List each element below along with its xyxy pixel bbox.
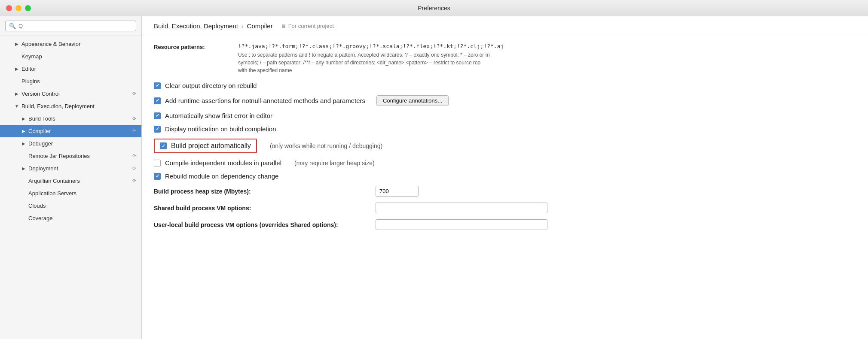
heap-size-row: Build process heap size (Mbytes): xyxy=(154,186,856,197)
sidebar-item-label: Compiler xyxy=(28,128,51,134)
sidebar-item-debugger[interactable]: ▶ Debugger xyxy=(0,137,141,150)
checkbox-row-rebuild-module: ✓ Rebuild module on dependency change xyxy=(154,173,856,180)
build-auto-highlighted-box: ✓ Build project automatically xyxy=(154,139,257,153)
sidebar-item-label: Editor xyxy=(21,66,36,72)
maximize-button[interactable] xyxy=(25,5,31,11)
sync-icon: ⟳ xyxy=(132,153,136,159)
sidebar-item-label: Appearance & Behavior xyxy=(21,41,80,47)
sidebar-item-label: Build, Execution, Deployment xyxy=(21,103,95,109)
build-auto-wrapper: ✓ Build project automatically (only work… xyxy=(154,139,856,153)
build-auto-checkbox[interactable]: ✓ xyxy=(160,142,167,149)
shared-vm-row: Shared build process VM options: xyxy=(154,203,856,213)
chevron-icon xyxy=(21,215,27,221)
sync-icon: ⟳ xyxy=(132,128,136,134)
resource-patterns-value: !?*.java;!?*.form;!?*.class;!?*.groovy;!… xyxy=(238,43,504,49)
user-local-vm-label: User-local build process VM options (ove… xyxy=(154,221,369,228)
minimize-button[interactable] xyxy=(15,5,21,11)
checkbox-row-add-runtime: ✓ Add runtime assertions for notnull-ann… xyxy=(154,95,856,106)
check-icon: ✓ xyxy=(156,83,159,88)
search-wrapper[interactable]: 🔍 xyxy=(5,21,136,31)
check-icon: ✓ xyxy=(156,113,159,118)
checkbox-row-auto-show-error: ✓ Automatically show first error in edit… xyxy=(154,112,856,119)
configure-annotations-button[interactable]: Configure annotations... xyxy=(376,95,449,106)
window-title: Preferences xyxy=(418,5,450,12)
add-runtime-checkbox[interactable]: ✓ xyxy=(154,97,161,104)
content-body: Resource patterns: !?*.java;!?*.form;!?*… xyxy=(142,34,868,245)
shared-vm-input[interactable] xyxy=(376,203,547,213)
sidebar-item-appearance[interactable]: ▶ Appearance & Behavior xyxy=(0,38,141,50)
sidebar-item-keymap[interactable]: Keymap xyxy=(0,50,141,63)
build-auto-label: Build project automatically xyxy=(171,142,251,150)
sidebar-item-label: Clouds xyxy=(28,203,46,209)
sidebar-item-label: Keymap xyxy=(21,53,42,60)
resource-patterns-help: Use ; to separate patterns and ! to nega… xyxy=(238,51,504,74)
chevron-icon: ▶ xyxy=(14,91,20,97)
sidebar-item-compiler[interactable]: ▶ Compiler ⟳ xyxy=(0,125,141,137)
sidebar-item-label: Debugger xyxy=(28,140,53,147)
chevron-icon xyxy=(21,203,27,209)
chevron-icon xyxy=(21,178,27,184)
project-icon: 🖥 xyxy=(281,23,286,29)
sidebar-item-coverage[interactable]: Coverage xyxy=(0,212,141,224)
sidebar-item-editor[interactable]: ▶ Editor xyxy=(0,63,141,75)
user-local-vm-input[interactable] xyxy=(376,219,547,230)
rebuild-module-checkbox[interactable]: ✓ xyxy=(154,173,161,180)
sidebar-item-app-servers[interactable]: Application Servers xyxy=(0,187,141,200)
window-controls xyxy=(6,5,31,11)
sidebar-item-label: Build Tools xyxy=(28,115,55,122)
breadcrumb-part1: Build, Execution, Deployment xyxy=(154,22,238,30)
add-runtime-label: Add runtime assertions for notnull-annot… xyxy=(165,97,365,104)
sidebar-item-label: Plugins xyxy=(21,78,40,85)
display-notification-checkbox[interactable]: ✓ xyxy=(154,126,161,133)
sidebar-item-remote-jar[interactable]: Remote Jar Repositories ⟳ xyxy=(0,150,141,162)
resource-patterns-row: Resource patterns: !?*.java;!?*.form;!?*… xyxy=(154,43,856,74)
for-project-badge: 🖥 For current project xyxy=(281,23,334,29)
sidebar-item-label: Application Servers xyxy=(28,190,76,197)
compile-parallel-checkbox[interactable] xyxy=(154,160,161,166)
chevron-icon: ▶ xyxy=(21,128,27,134)
clear-output-label: Clear output directory on rebuild xyxy=(165,82,257,89)
check-icon: ✓ xyxy=(156,98,159,103)
sidebar-item-label: Arquillian Containers xyxy=(28,178,80,184)
content-area: Build, Execution, Deployment › Compiler … xyxy=(142,16,868,339)
chevron-icon xyxy=(21,153,27,159)
check-icon: ✓ xyxy=(156,174,159,179)
for-project-label: For current project xyxy=(288,23,334,29)
heap-size-input[interactable] xyxy=(376,186,419,197)
chevron-icon xyxy=(21,191,27,197)
checkbox-row-compile-parallel: Compile independent modules in parallel … xyxy=(154,159,856,166)
sidebar-item-version-control[interactable]: ▶ Version Control ⟳ xyxy=(0,88,141,100)
sync-icon: ⟳ xyxy=(132,116,136,121)
nav-tree: ▶ Appearance & Behavior Keymap ▶ Editor … xyxy=(0,36,141,339)
close-button[interactable] xyxy=(6,5,12,11)
sidebar-item-plugins[interactable]: Plugins xyxy=(0,75,141,88)
chevron-icon xyxy=(14,79,20,85)
check-icon: ✓ xyxy=(162,144,165,148)
clear-output-checkbox[interactable]: ✓ xyxy=(154,82,161,89)
chevron-icon: ▶ xyxy=(21,166,27,172)
sidebar-item-label: Deployment xyxy=(28,165,58,172)
sidebar-item-deployment[interactable]: ▶ Deployment ⟳ xyxy=(0,162,141,175)
sidebar-item-build-tools[interactable]: ▶ Build Tools ⟳ xyxy=(0,112,141,125)
chevron-icon: ▶ xyxy=(14,41,20,47)
content-header: Build, Execution, Deployment › Compiler … xyxy=(142,16,868,34)
sync-icon: ⟳ xyxy=(132,166,136,171)
sidebar: 🔍 ▶ Appearance & Behavior Keymap ▶ Edito… xyxy=(0,16,142,339)
checkbox-row-clear-output: ✓ Clear output directory on rebuild xyxy=(154,82,856,89)
auto-show-error-checkbox[interactable]: ✓ xyxy=(154,112,161,119)
compile-parallel-note: (may require larger heap size) xyxy=(294,160,375,166)
resource-patterns-content: !?*.java;!?*.form;!?*.class;!?*.groovy;!… xyxy=(238,43,504,74)
sidebar-item-arquillian[interactable]: Arquillian Containers ⟳ xyxy=(0,175,141,187)
sync-icon: ⟳ xyxy=(132,178,136,184)
chevron-icon: ▶ xyxy=(21,141,27,147)
search-icon: 🔍 xyxy=(9,23,16,29)
check-icon: ✓ xyxy=(156,127,159,131)
sidebar-item-label: Version Control xyxy=(21,91,60,97)
search-input[interactable] xyxy=(18,23,132,29)
sidebar-item-clouds[interactable]: Clouds xyxy=(0,200,141,212)
user-local-vm-row: User-local build process VM options (ove… xyxy=(154,219,856,230)
sidebar-item-build-exec-deploy[interactable]: ▼ Build, Execution, Deployment xyxy=(0,100,141,112)
breadcrumb-part2: Compiler xyxy=(247,22,273,30)
chevron-down-icon: ▼ xyxy=(14,103,20,109)
auto-show-error-label: Automatically show first error in editor xyxy=(165,112,272,119)
